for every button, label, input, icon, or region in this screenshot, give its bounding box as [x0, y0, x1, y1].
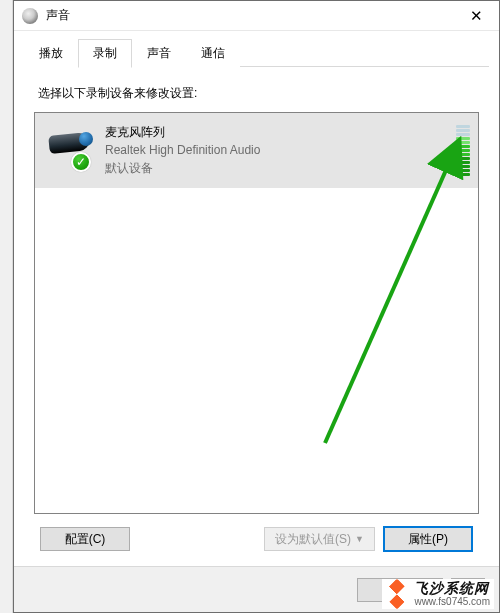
level-seg — [456, 129, 470, 132]
level-seg — [456, 137, 470, 140]
tab-sounds[interactable]: 声音 — [132, 39, 186, 67]
level-seg — [456, 169, 470, 172]
background-left-strip — [0, 0, 13, 613]
tab-content: 选择以下录制设备来修改设置: ✓ 麦克风阵列 Realtek High Defi… — [14, 67, 499, 566]
close-button[interactable]: ✕ — [453, 1, 499, 31]
level-seg — [456, 145, 470, 148]
level-seg — [456, 153, 470, 156]
svg-line-0 — [325, 143, 458, 443]
sound-dialog: 声音 ✕ 播放 录制 声音 通信 选择以下录制设备来修改设置: ✓ 麦克风阵列 — [13, 0, 500, 613]
level-seg — [456, 125, 470, 128]
instruction-text: 选择以下录制设备来修改设置: — [38, 85, 475, 102]
microphone-tip-icon — [79, 132, 93, 146]
configure-button[interactable]: 配置(C) — [40, 527, 130, 551]
device-item-microphone-array[interactable]: ✓ 麦克风阵列 Realtek High Definition Audio 默认… — [35, 113, 478, 188]
watermark-title: 飞沙系统网 — [414, 581, 490, 596]
watermark-logo-icon — [382, 578, 413, 609]
level-seg — [456, 161, 470, 164]
recording-device-list[interactable]: ✓ 麦克风阵列 Realtek High Definition Audio 默认… — [34, 112, 479, 514]
watermark-url: www.fs0745.com — [414, 596, 490, 607]
set-default-button: 设为默认值(S) ▼ — [264, 527, 375, 551]
device-driver: Realtek High Definition Audio — [105, 141, 450, 159]
level-seg — [456, 165, 470, 168]
tab-communications[interactable]: 通信 — [186, 39, 240, 67]
tabs-row: 播放 录制 声音 通信 — [14, 31, 499, 67]
close-icon: ✕ — [470, 7, 483, 25]
sound-app-icon — [22, 8, 38, 24]
device-status: 默认设备 — [105, 159, 450, 177]
properties-button[interactable]: 属性(P) — [383, 526, 473, 552]
device-icon: ✓ — [49, 128, 101, 172]
window-title: 声音 — [46, 7, 453, 24]
device-text: 麦克风阵列 Realtek High Definition Audio 默认设备 — [105, 123, 450, 177]
watermark: 飞沙系统网 www.fs0745.com — [382, 579, 494, 609]
level-seg — [456, 173, 470, 176]
level-seg — [456, 149, 470, 152]
level-seg — [456, 133, 470, 136]
device-name: 麦克风阵列 — [105, 123, 450, 141]
level-seg — [456, 157, 470, 160]
tab-playback[interactable]: 播放 — [24, 39, 78, 67]
level-seg — [456, 141, 470, 144]
check-default-icon: ✓ — [71, 152, 91, 172]
tab-recording[interactable]: 录制 — [78, 39, 132, 68]
titlebar: 声音 ✕ — [14, 1, 499, 31]
chevron-down-icon: ▼ — [355, 534, 364, 544]
level-meter — [456, 125, 470, 176]
bottom-buttons: 配置(C) 设为默认值(S) ▼ 属性(P) — [34, 514, 479, 558]
